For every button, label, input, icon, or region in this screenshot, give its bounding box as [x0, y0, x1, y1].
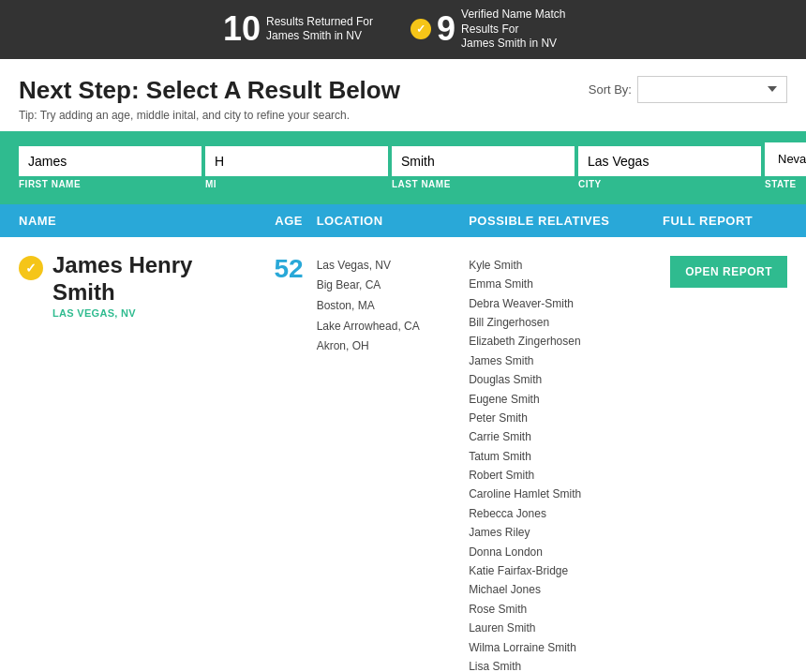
header-bar: 10 Results Returned ForJames Smith in NV… [0, 0, 806, 59]
last-name-field-group: LAST NAME [392, 146, 575, 189]
first-name-label: FIRST NAME [19, 179, 202, 189]
results-stat: 10 Results Returned ForJames Smith in NV [223, 12, 373, 46]
list-item: James Riley [469, 523, 663, 542]
state-field-group: Nevada California Texas STATE [765, 142, 806, 189]
list-item: Michael Jones [469, 580, 663, 599]
list-item: Katie Fairfax-Bridge [469, 561, 663, 580]
list-item: Lauren Smith [469, 619, 663, 637]
table-row: ✓James Henry SmithLAS VEGAS, NV52Las Veg… [0, 237, 806, 672]
col-header-location: LOCATION [317, 214, 470, 228]
verified-check-badge: ✓ [19, 256, 43, 280]
results-container: ✓James Henry SmithLAS VEGAS, NV52Las Veg… [0, 237, 806, 672]
next-step-section: Next Step: Select A Result Below Tip: Tr… [0, 59, 806, 131]
list-item: Robert Smith [469, 466, 663, 485]
next-step-title: Next Step: Select A Result Below [19, 76, 400, 105]
column-headers: NAME AGE LOCATION POSSIBLE RELATIVES FUL… [0, 204, 806, 237]
list-item: Tatum Smith [469, 447, 663, 466]
verified-stat: ✓ 9 Verified Name Match Results ForJames… [410, 7, 583, 52]
list-item: Boston, MA [317, 296, 470, 317]
sort-by-container: Sort By: Name Age Location [589, 76, 787, 103]
open-report-button[interactable]: OPEN REPORT [670, 256, 787, 288]
result-age: 52 [261, 252, 317, 284]
results-count: 10 [223, 12, 261, 46]
last-name-input[interactable] [392, 146, 575, 176]
result-person-name: James Henry Smith [52, 252, 261, 306]
city-field-group: CITY [578, 146, 761, 189]
list-item: Debra Weaver-Smith [469, 294, 663, 313]
list-item: Donna London [469, 543, 663, 561]
name-info: James Henry SmithLAS VEGAS, NV [52, 252, 261, 320]
tip-text: Tip: Try adding an age, middle inital, a… [19, 109, 400, 122]
list-item: Elizabeth Zingerhosen [469, 332, 663, 351]
mi-field-group: MI [205, 146, 388, 189]
city-input[interactable] [578, 146, 761, 176]
list-item: James Smith [469, 351, 663, 370]
last-name-label: LAST NAME [392, 179, 575, 189]
result-locations: Las Vegas, NVBig Bear, CABoston, MALake … [317, 252, 470, 357]
list-item: Rose Smith [469, 600, 663, 619]
col-header-report: FULL REPORT [663, 214, 787, 228]
search-form: FIRST NAME MI LAST NAME CITY Nevada Cali… [0, 131, 806, 204]
first-name-input[interactable] [19, 146, 202, 176]
result-location-subtitle: LAS VEGAS, NV [52, 307, 261, 319]
list-item: Rebecca Jones [469, 504, 663, 523]
col-header-relatives: POSSIBLE RELATIVES [469, 214, 663, 228]
state-select[interactable]: Nevada California Texas [765, 142, 806, 176]
result-name-section: ✓James Henry SmithLAS VEGAS, NV [19, 252, 261, 320]
list-item: Big Bear, CA [317, 276, 470, 296]
city-label: CITY [578, 179, 761, 189]
results-label: Results Returned ForJames Smith in NV [266, 15, 373, 44]
col-header-name: NAME [19, 214, 261, 228]
list-item: Douglas Smith [469, 370, 663, 389]
col-header-age: AGE [261, 214, 317, 228]
result-report-section: OPEN REPORT [663, 252, 787, 288]
verified-count: 9 [437, 12, 455, 46]
verified-label: Verified Name Match Results ForJames Smi… [461, 7, 583, 52]
sort-by-select[interactable]: Name Age Location [637, 76, 787, 103]
list-item: Emma Smith [469, 275, 663, 293]
search-fields: FIRST NAME MI LAST NAME CITY Nevada Cali… [19, 142, 787, 189]
list-item: Eugene Smith [469, 390, 663, 409]
list-item: Lisa Smith [469, 657, 663, 672]
list-item: Lake Arrowhead, CA [317, 317, 470, 337]
next-step-text: Next Step: Select A Result Below Tip: Tr… [19, 76, 400, 122]
verified-badge: ✓ [410, 19, 431, 39]
list-item: Wilma Lorraine Smith [469, 638, 663, 657]
list-item: Akron, OH [317, 336, 470, 357]
state-label: STATE [765, 179, 806, 189]
list-item: Peter Smith [469, 409, 663, 427]
list-item: Caroline Hamlet Smith [469, 485, 663, 503]
result-relatives: Kyle SmithEmma SmithDebra Weaver-SmithBi… [469, 252, 663, 672]
first-name-field-group: FIRST NAME [19, 146, 202, 189]
list-item: Carrie Smith [469, 427, 663, 446]
list-item: Bill Zingerhosen [469, 313, 663, 332]
mi-input[interactable] [205, 146, 388, 176]
mi-label: MI [205, 179, 388, 189]
sort-by-label: Sort By: [589, 82, 632, 97]
list-item: Kyle Smith [469, 256, 663, 275]
list-item: Las Vegas, NV [317, 256, 470, 276]
